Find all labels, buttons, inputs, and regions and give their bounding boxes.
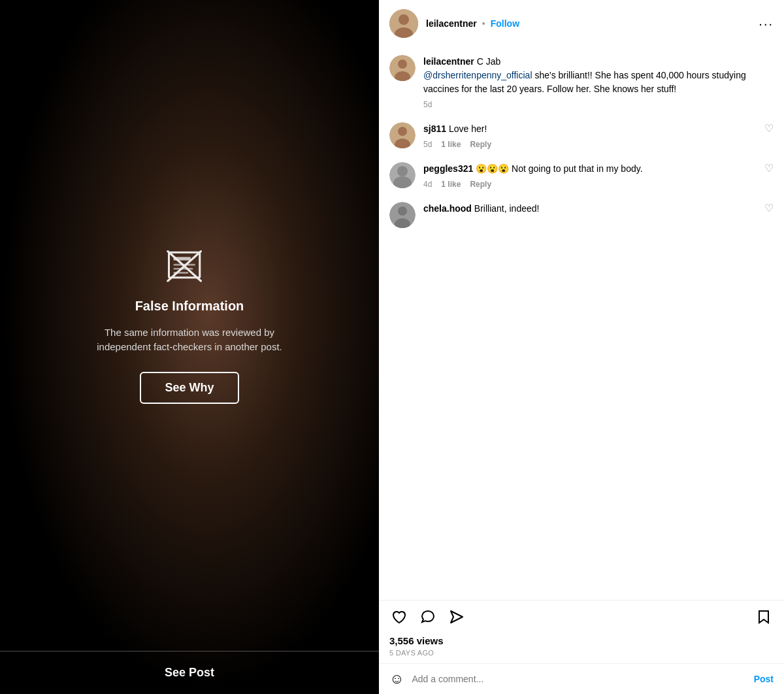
- svg-point-17: [397, 166, 408, 176]
- comments-section: leilacentner C Jab @drsherritenpenny_off…: [379, 47, 784, 600]
- comment-avatar-2: [389, 162, 416, 188]
- svg-point-14: [398, 127, 407, 136]
- comment-heart-2[interactable]: ♡: [764, 162, 774, 174]
- comment-heart-1[interactable]: ♡: [764, 122, 774, 135]
- dot-separator: •: [482, 18, 485, 29]
- false-info-title: False Information: [135, 299, 244, 314]
- false-info-icon: [167, 248, 212, 287]
- poster-username: leilacentner: [426, 18, 477, 29]
- username-row: leilacentner • Follow: [426, 18, 759, 29]
- post-caption-item: leilacentner C Jab @drsherritenpenny_off…: [389, 55, 774, 109]
- post-comment-button[interactable]: Post: [754, 674, 774, 684]
- comment-content-1: Love her!: [449, 124, 487, 134]
- comment-heart-3[interactable]: ♡: [764, 202, 774, 214]
- caption-avatar-svg: [389, 55, 416, 81]
- comment-username-1: sj811: [423, 124, 446, 134]
- add-comment-input[interactable]: [412, 674, 745, 684]
- caption-start: C Jab: [474, 56, 500, 67]
- caption-meta: 5d: [423, 100, 774, 109]
- false-info-description: The same information was reviewed by ind…: [78, 325, 301, 355]
- see-post-bar[interactable]: See Post: [0, 651, 379, 694]
- share-button[interactable]: [447, 607, 466, 629]
- post-header: leilacentner • Follow ···: [379, 0, 784, 47]
- comment-time-2: 4d: [423, 180, 432, 189]
- comment-avatar-svg-2: [389, 162, 416, 188]
- comment-body-1: sj811 Love her! 5d 1 like Reply: [423, 122, 757, 149]
- comment-item: sj811 Love her! 5d 1 like Reply ♡: [389, 122, 774, 149]
- caption-avatar: [389, 55, 416, 81]
- comment-username-2: peggles321: [423, 163, 473, 174]
- comment-meta-2: 4d 1 like Reply: [423, 180, 757, 189]
- heart-icon: [391, 608, 408, 625]
- like-button[interactable]: [389, 607, 409, 629]
- comment-button[interactable]: [418, 607, 438, 629]
- comment-username-3: chela.hood: [423, 203, 472, 214]
- comment-likes-2: 1 like: [441, 180, 461, 189]
- mention-tag[interactable]: @drsherritenpenny_official: [423, 70, 532, 80]
- comment-reply-1[interactable]: Reply: [470, 140, 491, 149]
- add-comment-row: ☺ Post: [379, 663, 784, 694]
- poster-avatar: [389, 9, 418, 38]
- caption-username: leilacentner: [423, 56, 474, 67]
- views-count: 3,556 views: [379, 633, 784, 648]
- false-info-panel: False Information The same information w…: [0, 0, 379, 694]
- comment-icon: [419, 608, 436, 625]
- comment-avatar-svg-3: [389, 202, 416, 228]
- caption-text: leilacentner C Jab @drsherritenpenny_off…: [423, 55, 774, 96]
- comment-reply-2[interactable]: Reply: [470, 180, 491, 189]
- more-options-button[interactable]: ···: [759, 16, 774, 31]
- comment-content-2: 😮😮😮 Not going to put that in my body.: [476, 163, 642, 174]
- caption-body: leilacentner C Jab @drsherritenpenny_off…: [423, 55, 774, 109]
- comment-content-3: Brilliant, indeed!: [474, 203, 540, 214]
- comment-avatar-3: [389, 202, 416, 228]
- avatar-svg: [389, 9, 418, 38]
- comment-item: chela.hood Brilliant, indeed! ♡: [389, 202, 774, 228]
- bookmark-icon: [755, 608, 772, 625]
- follow-button[interactable]: Follow: [491, 18, 519, 29]
- caption-time: 5d: [423, 100, 432, 109]
- post-timestamp: 5 DAYS AGO: [379, 648, 784, 663]
- emoji-button[interactable]: ☺: [389, 670, 404, 687]
- avatar-image: [389, 9, 418, 38]
- comment-avatar-1: [389, 122, 416, 148]
- comment-item: peggles321 😮😮😮 Not going to put that in …: [389, 162, 774, 189]
- comment-text-3: chela.hood Brilliant, indeed!: [423, 202, 757, 216]
- action-bar: [379, 600, 784, 633]
- comment-time-1: 5d: [423, 140, 432, 149]
- false-info-content: False Information The same information w…: [65, 0, 314, 651]
- comment-text-2: peggles321 😮😮😮 Not going to put that in …: [423, 162, 757, 176]
- header-user-info: leilacentner • Follow: [426, 18, 759, 29]
- see-why-button[interactable]: See Why: [140, 372, 238, 404]
- comment-body-2: peggles321 😮😮😮 Not going to put that in …: [423, 162, 757, 189]
- instagram-post-panel: leilacentner • Follow ··· leilacentner C…: [379, 0, 784, 694]
- svg-point-8: [399, 14, 409, 25]
- comment-avatar-svg-1: [389, 122, 416, 148]
- comment-body-3: chela.hood Brilliant, indeed!: [423, 202, 757, 216]
- share-icon: [448, 608, 465, 625]
- comment-likes-1: 1 like: [441, 140, 461, 149]
- comment-meta-1: 5d 1 like Reply: [423, 140, 757, 149]
- bookmark-button[interactable]: [754, 607, 774, 629]
- svg-point-20: [398, 207, 407, 216]
- svg-point-11: [398, 59, 407, 69]
- see-post-label[interactable]: See Post: [165, 666, 214, 679]
- comment-text-1: sj811 Love her!: [423, 122, 757, 136]
